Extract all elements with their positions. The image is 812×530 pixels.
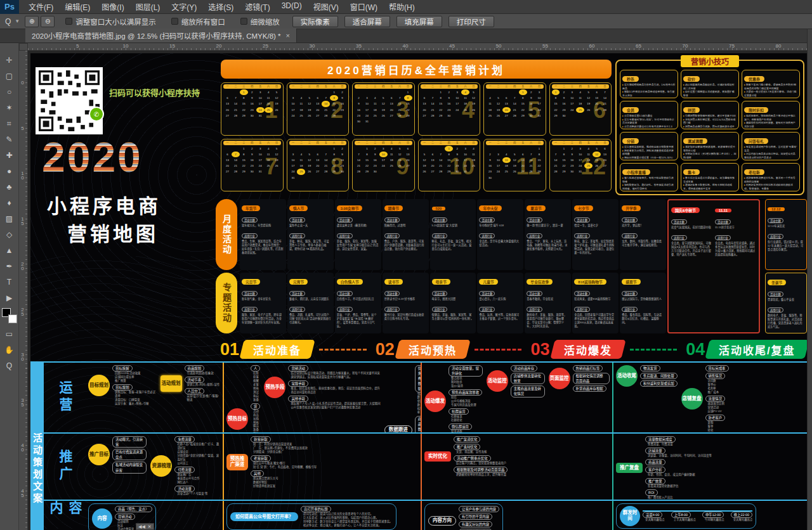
flow-group: 预热手段营销活动结合营销目标设计预热活动，用赠品为爆发蓄水，将每个不同关键不同来… [264, 365, 380, 410]
scroll-left-icon[interactable]: ◀◀ [138, 524, 145, 529]
checkbox-box[interactable] [240, 18, 247, 25]
tool-icon[interactable]: ♣ [1, 179, 18, 195]
menu-item[interactable]: 选择(S) [202, 1, 239, 12]
option-button[interactable]: 打印尺寸 [449, 16, 494, 27]
ruler-number: 55 [542, 43, 548, 49]
tool-icon[interactable]: ▢ [1, 68, 18, 84]
weekday-label: 六 [461, 141, 469, 145]
weekday-label: 日 [404, 84, 412, 89]
calendar-day: 26 [396, 163, 404, 169]
document-tab[interactable]: 2020小程序电商营销地图.jpg @ 12.5% (扫码可以获得小程序扶持, … [25, 29, 297, 42]
color-swatches[interactable] [2, 308, 17, 323]
weekday-label: 四 [511, 84, 519, 89]
option-checkbox[interactable]: 调整窗口大小以满屏显示 [65, 16, 156, 27]
tool-icon[interactable]: ⌗ [1, 115, 18, 131]
calendar-day: 19 [305, 163, 313, 169]
checkbox-box[interactable] [65, 18, 72, 25]
weekday-label: 五 [256, 84, 265, 89]
menu-item[interactable]: 滤镜(T) [239, 1, 275, 12]
weekday-label: 二 [297, 84, 305, 89]
phase-ribbon: 活动预热 [395, 340, 470, 359]
calendar-day: 10 [256, 152, 265, 157]
menu-item[interactable]: 文件(F) [23, 1, 59, 12]
activity-card-title: 元宵节 [289, 279, 308, 285]
option-checkbox[interactable]: 细微缩放 [240, 16, 280, 27]
calendar-day: 25 [297, 113, 305, 119]
industry-text: 食品、户外、服饰、旅游等，可发起户外踏青话题，关联春游出行用品合集，助力用户外出… [384, 240, 427, 251]
industry-label: 适用行业 [574, 233, 590, 238]
tool-icon[interactable]: ✚ [1, 147, 18, 163]
tool-icon[interactable]: ✋ [1, 342, 18, 358]
tool-icon[interactable]: ▨ [1, 210, 18, 226]
menu-item[interactable]: 图层(L) [130, 1, 166, 12]
zoom-tool-icon[interactable]: Q [5, 17, 11, 26]
topical-card: 母亲节活动主题母亲节，感恩大回馈适用行业保健品、美妆、服饰、家居等、家务主题可以… [430, 273, 476, 333]
zoom-in-button[interactable]: ⊕ [25, 16, 39, 27]
ruler-number: 30 [20, 352, 25, 361]
calendar-day: 6 [601, 146, 609, 152]
menu-item[interactable]: 编辑(E) [59, 1, 96, 12]
calendar-day: 3 [453, 89, 461, 95]
calendar-day: 27 [404, 163, 412, 169]
menu-item[interactable]: 文字(Y) [166, 1, 202, 12]
document-canvas[interactable]: ✆ 扫码可以获得小程序扶持 2020 小程序电商 营销地图 2020营销日历&全… [28, 51, 807, 530]
calendar-day: 29 [404, 113, 412, 119]
option-button[interactable]: 实际像素 [292, 16, 338, 27]
calendar-day: 5 [305, 95, 313, 101]
tool-icon[interactable]: ✛ [1, 52, 18, 68]
calendar-day: 24 [256, 107, 265, 113]
menu-item[interactable]: 视图(V) [308, 1, 344, 12]
flow-branch-item: 使用数 [417, 399, 422, 407]
phase-number: 04 [686, 340, 705, 359]
panel-dock-edge[interactable] [807, 29, 812, 530]
close-icon[interactable]: ✕ [148, 524, 152, 529]
calendar-day: 26 [305, 113, 313, 119]
flow-branches: 免费流量社群人员/“私域全员推广”打卡、邀请好友店铺会员分销资源/“全民分销推广… [174, 436, 220, 496]
background-color-swatch[interactable] [8, 314, 17, 323]
tool-icon[interactable]: ○ [1, 84, 18, 100]
calendar-day: 15 [240, 157, 248, 163]
calendar-day: 23 [568, 163, 576, 169]
calendar-day: 30 [527, 113, 535, 119]
bullet-icon: ▸ [744, 90, 745, 93]
tool-icon[interactable]: ♦ [1, 195, 18, 210]
calendar-day: 30 [453, 169, 461, 174]
calendar-month: 一二三四五六日123456789101112131415161718192021… [221, 82, 284, 136]
option-checkbox[interactable]: 缩放所有窗口 [171, 16, 225, 27]
tool-icon[interactable]: T [1, 274, 18, 290]
ruler-vertical[interactable]: 05101520253035404550 [19, 51, 28, 530]
flow-branch: 流量数据完成度免费流量、付费流量 [645, 436, 712, 446]
option-checkboxes: 调整窗口大小以满屏显示缩放所有窗口细微缩放 [56, 16, 286, 27]
checkbox-box[interactable] [171, 18, 178, 25]
ruler-number: 80 [776, 43, 782, 49]
zoom-out-button[interactable]: ⊖ [41, 16, 55, 27]
scrollbar-artifact[interactable]: ◀◀ ✕ [136, 523, 154, 530]
menu-item[interactable]: 帮助(H) [383, 1, 421, 12]
tool-icon[interactable]: ● [1, 163, 18, 179]
option-button[interactable]: 填充屏幕 [396, 16, 442, 27]
flow-branch: 新老客户复购客单转化 [705, 415, 729, 432]
calendar-day: 15 [519, 101, 527, 107]
calendar-day: 23 [486, 169, 494, 174]
tab-close-icon[interactable]: × [286, 32, 290, 39]
tool-icon[interactable]: ▶ [1, 290, 18, 306]
tool-icon[interactable]: ◇ [1, 226, 18, 242]
tool-icon[interactable]: ▲ [1, 242, 18, 258]
ruler-horizontal[interactable]: 5101520253035404550556065707580 [28, 43, 807, 51]
menu-item[interactable]: 3D(D) [276, 1, 308, 12]
tool-icon[interactable]: Q [1, 358, 18, 373]
menu-item[interactable]: 窗口(W) [344, 1, 383, 12]
tool-icon[interactable]: ✶ [1, 100, 18, 115]
tool-icon[interactable]: ✒ [1, 258, 18, 274]
poster-image: ✆ 扫码可以获得小程序扶持 2020 小程序电商 营销地图 2020营销日历&全… [30, 53, 807, 530]
weekday-label: 六 [593, 84, 601, 89]
tool-icon[interactable]: ▭ [1, 326, 18, 342]
weekday-label: 二 [363, 141, 371, 145]
option-button[interactable]: 适合屏幕 [344, 16, 390, 27]
tool-icon[interactable]: ✎ [1, 131, 18, 147]
tip-title: 小程序直播 [622, 169, 650, 175]
chevron-down-icon[interactable]: ▼ [15, 18, 20, 24]
calendar-day: 28 [428, 113, 436, 119]
menu-item[interactable]: 图像(I) [96, 1, 129, 12]
industry-text: 鲜花、礼品、美妆、珠宝等，相关行业可以主打另一波一元活动，爱意告白成双成对。 [432, 240, 475, 251]
